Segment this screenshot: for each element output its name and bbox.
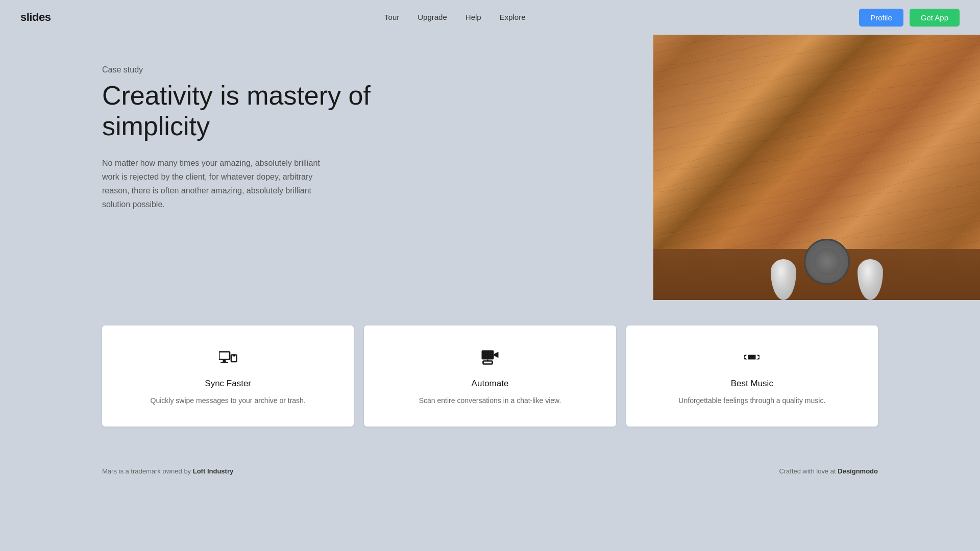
- footer-right-text: Crafted with love at: [779, 467, 838, 475]
- speaker-leg-left: [771, 259, 796, 300]
- hero-section: Case study Creativity is mastery of simp…: [0, 35, 980, 290]
- svg-rect-2: [220, 362, 228, 363]
- nav-tour[interactable]: Tour: [384, 13, 399, 21]
- svg-marker-4: [232, 354, 236, 357]
- speaker-leg-right: [857, 259, 883, 300]
- svg-rect-5: [481, 350, 494, 360]
- feature-title-sync: Sync Faster: [117, 379, 338, 389]
- feature-desc-automate: Scan entire conversations in a chat-like…: [379, 395, 600, 406]
- footer-right-brand: Designmodo: [838, 467, 878, 475]
- feature-card-automate: Automate Scan entire conversations in a …: [364, 325, 616, 427]
- hero-content: Case study Creativity is mastery of simp…: [0, 65, 408, 211]
- svg-marker-6: [494, 352, 498, 358]
- footer-left: Mars is a trademark owned by Loft Indust…: [102, 467, 233, 475]
- nav-help[interactable]: Help: [465, 13, 481, 21]
- speaker-cone: [804, 239, 850, 285]
- speaker-base: [653, 249, 980, 300]
- navbar: slides Tour Upgrade Help Explore Profile…: [0, 0, 980, 35]
- nav-upgrade[interactable]: Upgrade: [418, 13, 447, 21]
- nav-explore[interactable]: Explore: [500, 13, 526, 21]
- nav-actions: Profile Get App: [859, 9, 960, 27]
- feature-card-music: Best Music Unforgettable feelings throug…: [626, 325, 878, 427]
- get-app-button[interactable]: Get App: [910, 9, 960, 27]
- feature-card-sync: Sync Faster Quickly swipe messages to yo…: [102, 325, 354, 427]
- feature-title-music: Best Music: [642, 379, 863, 389]
- feature-desc-sync: Quickly swipe messages to your archive o…: [117, 395, 338, 406]
- feature-desc-music: Unforgettable feelings through a quality…: [642, 395, 863, 406]
- svg-rect-7: [483, 361, 492, 364]
- profile-button[interactable]: Profile: [859, 9, 903, 27]
- hero-image: [373, 35, 980, 300]
- hero-title: Creativity is mastery of simplicity: [102, 81, 408, 142]
- footer-right: Crafted with love at Designmodo: [779, 467, 878, 475]
- nav-links: Tour Upgrade Help Explore: [384, 13, 525, 22]
- hero-label: Case study: [102, 65, 408, 74]
- speaker-box: [653, 35, 980, 249]
- sync-icon: [217, 346, 239, 368]
- video-icon: [479, 346, 501, 368]
- footer: Mars is a trademark owned by Loft Indust…: [0, 457, 980, 485]
- music-icon: [741, 346, 763, 368]
- features-section: Sync Faster Quickly swipe messages to yo…: [0, 305, 980, 457]
- footer-left-brand: Loft Industry: [193, 467, 233, 475]
- logo[interactable]: slides: [20, 11, 51, 24]
- footer-left-text: Mars is a trademark owned by: [102, 467, 193, 475]
- svg-rect-1: [223, 360, 226, 362]
- svg-rect-0: [219, 352, 230, 360]
- feature-title-automate: Automate: [379, 379, 600, 389]
- hero-description: No matter how many times your amazing, a…: [102, 156, 337, 212]
